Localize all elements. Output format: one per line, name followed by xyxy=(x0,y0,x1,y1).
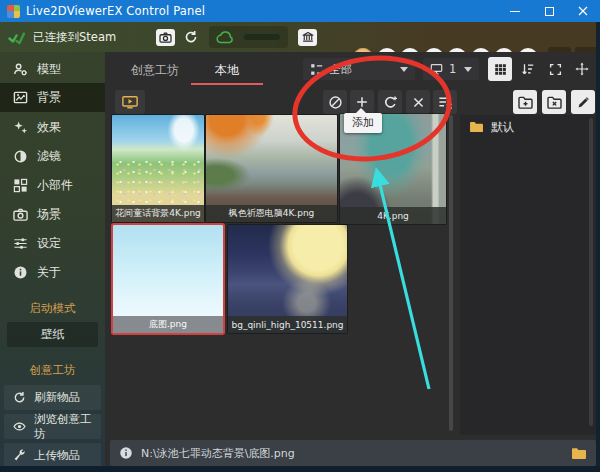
sidebar-item-about[interactable]: 关于 xyxy=(0,258,105,287)
reload-list-button[interactable] xyxy=(378,90,402,114)
thumbnail-moon-night[interactable]: bg_qinli_high_10511.png xyxy=(228,225,347,333)
thumbnail-base-selected[interactable]: 底图.png xyxy=(113,225,223,333)
refresh-icon xyxy=(13,391,26,404)
thumbnail-filename: bg_qinli_high_10511.png xyxy=(228,316,347,333)
tab-local[interactable]: 本地 xyxy=(191,58,263,82)
app-window: Live2DViewerEX Control Panel 已连接到Steam xyxy=(0,0,600,472)
minimize-button[interactable] xyxy=(498,0,532,22)
workshop-item-label: 刷新物品 xyxy=(34,390,80,405)
app-icon xyxy=(7,5,20,18)
filter-selected-value: 全部 xyxy=(329,62,352,77)
folder-panel-scrollbar[interactable] xyxy=(589,118,593,426)
sidebar-item-scene[interactable]: 场景 xyxy=(0,200,105,229)
refresh-plus-icon xyxy=(383,95,398,110)
folder-plus-icon xyxy=(518,96,533,109)
tab-label: 创意工坊 xyxy=(131,62,179,79)
monitor-selected-value: 1 xyxy=(449,62,456,76)
category-filter-dropdown[interactable]: 全部 xyxy=(303,58,415,80)
filter-icon xyxy=(13,149,28,164)
sidebar-item-label: 小部件 xyxy=(37,177,73,194)
workshop-header: 创意工坊 xyxy=(0,363,105,378)
steam-status: 已连接到Steam xyxy=(8,30,116,45)
eye-icon xyxy=(13,420,26,433)
bank-icon xyxy=(302,31,314,43)
status-path: N:\泳池七罪动态背景\底图.png xyxy=(141,446,295,461)
upload-item-button[interactable]: 上传物品 xyxy=(4,443,101,468)
cloud-progress-bar xyxy=(243,33,281,41)
folder-icon xyxy=(469,121,484,133)
explore-button[interactable] xyxy=(323,90,347,114)
compass-slash-icon xyxy=(328,95,343,110)
cloud-icon xyxy=(216,30,236,44)
settings-sliders-icon xyxy=(13,236,28,251)
screenshot-button[interactable] xyxy=(156,29,175,46)
folder-name: 默认 xyxy=(491,120,514,135)
category-tree-icon xyxy=(310,63,323,76)
folder-row-default[interactable]: 默认 xyxy=(460,115,596,139)
top-toolbar: 已连接到Steam 1 2 3 4 5 6 7 8 xyxy=(0,22,600,52)
thumbnail-maple[interactable]: 枫色祈恩电脑4K.png xyxy=(206,115,337,222)
thumbnail-filename: 花间童话背景4K.png xyxy=(112,205,204,222)
workshop-item-label: 浏览创意工坊 xyxy=(34,412,101,442)
sidebar-item-settings[interactable]: 设定 xyxy=(0,229,105,258)
sidebar-item-label: 滤镜 xyxy=(37,148,61,165)
fullscreen-icon xyxy=(549,63,562,76)
monitor-dropdown[interactable]: 1 xyxy=(423,58,479,80)
scene-camera-icon xyxy=(13,207,28,222)
status-bar: N:\泳池七罪动态背景\底图.png xyxy=(110,440,596,466)
move-layout-button[interactable] xyxy=(570,57,594,81)
maximize-button[interactable] xyxy=(532,0,566,22)
window-edge-bottom xyxy=(0,466,600,472)
background-icon xyxy=(13,90,28,105)
sort-button[interactable] xyxy=(516,57,540,81)
move-icon xyxy=(575,62,589,76)
chevron-down-icon xyxy=(464,67,472,72)
window-title: Live2DViewerEX Control Panel xyxy=(26,4,205,18)
sidebar-item-background[interactable]: 背景 xyxy=(0,83,105,112)
thumbnail-flower-field[interactable]: 花间童话背景4K.png xyxy=(112,115,204,222)
plus-icon xyxy=(355,95,369,109)
browse-workshop-button[interactable]: 浏览创意工坊 xyxy=(4,414,101,439)
refresh-icon xyxy=(184,30,198,44)
model-icon xyxy=(13,62,28,77)
thumbnail-filename: 4K.png xyxy=(340,207,446,224)
info-icon xyxy=(13,265,28,280)
wallpaper-button[interactable]: 壁纸 xyxy=(7,322,98,347)
chevron-down-icon xyxy=(400,67,408,72)
preview-play-button[interactable] xyxy=(115,90,145,114)
sidebar-item-widgets[interactable]: 小部件 xyxy=(0,171,105,200)
window-edge-right xyxy=(596,22,600,466)
steam-status-label: 已连接到Steam xyxy=(33,30,116,45)
sidebar-item-label: 场景 xyxy=(37,206,61,223)
grid-scrollbar[interactable] xyxy=(449,115,453,431)
close-button[interactable] xyxy=(566,0,600,22)
remove-button[interactable] xyxy=(406,90,430,114)
tab-label: 本地 xyxy=(215,62,239,79)
folder-x-icon xyxy=(547,96,562,109)
sidebar-item-label: 设定 xyxy=(37,235,61,252)
delete-folder-button[interactable] xyxy=(542,90,566,114)
grid-view-button[interactable] xyxy=(488,57,512,81)
cloud-sync-panel[interactable] xyxy=(209,26,288,48)
tab-workshop[interactable]: 创意工坊 xyxy=(115,58,195,82)
workshop-bank-button[interactable] xyxy=(298,29,317,46)
refresh-capture-button[interactable] xyxy=(184,30,198,44)
wrench-icon xyxy=(13,449,26,462)
close-x-icon xyxy=(412,96,425,109)
sidebar-item-label: 关于 xyxy=(37,264,61,281)
sidebar-item-filter[interactable]: 滤镜 xyxy=(0,142,105,171)
sidebar-item-effects[interactable]: 效果 xyxy=(0,113,105,142)
thumbnail-filename: 底图.png xyxy=(113,316,223,333)
clear-list-icon xyxy=(438,95,453,110)
sidebar-item-model[interactable]: 模型 xyxy=(0,55,105,84)
fullscreen-button[interactable] xyxy=(543,57,567,81)
folder-panel: 默认 xyxy=(460,115,596,435)
info-icon xyxy=(119,446,133,460)
clear-list-button[interactable] xyxy=(433,90,457,114)
open-folder-icon[interactable] xyxy=(571,447,587,460)
edit-button[interactable] xyxy=(571,90,595,114)
new-folder-button[interactable] xyxy=(513,90,537,114)
refresh-items-button[interactable]: 刷新物品 xyxy=(4,385,101,410)
monitor-icon xyxy=(430,63,443,75)
pencil-icon xyxy=(577,96,590,109)
